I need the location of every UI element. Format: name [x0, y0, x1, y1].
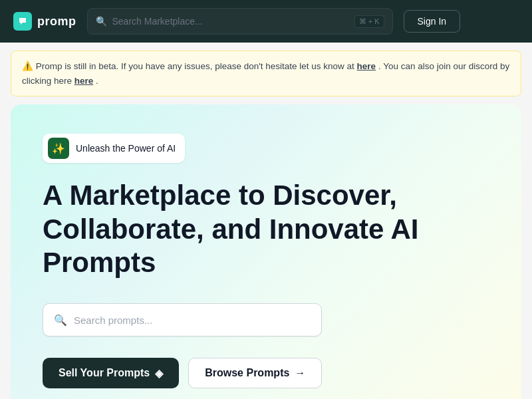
logo-text: promp	[37, 15, 76, 29]
logo-icon	[13, 12, 32, 31]
beta-message-end: .	[96, 76, 98, 86]
hero-section: ✨ Unleash the Power of AI A Marketplace …	[11, 104, 521, 399]
navbar: promp 🔍 ⌘ + K Sign In	[0, 0, 532, 43]
badge-text: Unleash the Power of AI	[76, 143, 176, 154]
beta-link-1[interactable]: here	[357, 61, 376, 71]
badge-icon: ✨	[48, 138, 69, 159]
hero-search-icon: 🔍	[54, 314, 67, 327]
logo[interactable]: promp	[13, 12, 76, 31]
keyboard-shortcut: ⌘ + K	[354, 15, 384, 28]
browse-prompts-button[interactable]: Browse Prompts →	[188, 358, 322, 388]
sell-prompts-button[interactable]: Sell Your Prompts ◈	[43, 358, 179, 388]
beta-message-start: Promp is still in beta. If you have any …	[36, 61, 357, 71]
sign-in-button[interactable]: Sign In	[404, 10, 461, 33]
warning-emoji: ⚠️	[22, 61, 33, 71]
search-icon: 🔍	[96, 16, 107, 27]
browse-button-icon: →	[295, 367, 305, 379]
nav-search-bar[interactable]: 🔍 ⌘ + K	[87, 8, 393, 35]
hero-heading: A Marketplace to Discover, Collaborate, …	[43, 179, 481, 279]
beta-link-2[interactable]: here	[74, 76, 94, 86]
hero-search-bar[interactable]: 🔍	[43, 303, 322, 336]
browse-button-label: Browse Prompts	[205, 367, 289, 379]
nav-search-input[interactable]	[112, 16, 349, 27]
hero-badge: ✨ Unleash the Power of AI	[43, 134, 185, 163]
beta-banner: ⚠️ Promp is still in beta. If you have a…	[11, 51, 521, 96]
sell-button-icon: ◈	[155, 367, 163, 380]
cta-buttons: Sell Your Prompts ◈ Browse Prompts →	[43, 358, 489, 388]
hero-search-input[interactable]	[74, 315, 311, 326]
sell-button-label: Sell Your Prompts	[59, 367, 150, 379]
